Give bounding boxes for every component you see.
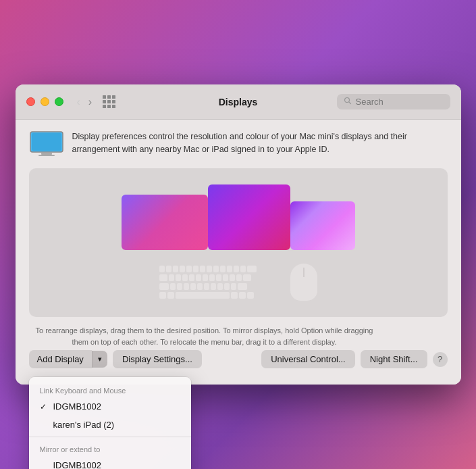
traffic-lights xyxy=(26,97,63,106)
fullscreen-button[interactable] xyxy=(55,97,63,106)
displays-row xyxy=(122,184,355,250)
search-input[interactable] xyxy=(356,97,444,107)
display-icon xyxy=(29,130,64,157)
check-icon: ✓ xyxy=(40,402,49,412)
svg-line-1 xyxy=(348,102,350,104)
svg-rect-3 xyxy=(32,133,61,151)
minimize-button[interactable] xyxy=(41,97,49,106)
add-display-button-group: Add Display ▾ xyxy=(29,350,107,368)
link-item-idgmb1002[interactable]: ✓ IDGMB1002 xyxy=(29,397,191,416)
forward-button[interactable]: › xyxy=(86,95,95,109)
display-2[interactable] xyxy=(208,184,290,250)
add-display-dropdown-button[interactable]: ▾ xyxy=(92,351,107,368)
displays-area xyxy=(29,168,448,317)
link-section-label: Link Keyboard and Mouse xyxy=(29,381,191,397)
toolbar: Add Display ▾ Display Settings... Univer… xyxy=(29,347,448,374)
back-button[interactable]: ‹ xyxy=(74,95,83,109)
system-preferences-window: ‹ › Displays xyxy=(16,84,461,385)
search-icon xyxy=(344,97,352,107)
add-display-button[interactable]: Add Display xyxy=(29,350,92,368)
display-3[interactable] xyxy=(290,201,355,250)
link-item-karens-ipad-2[interactable]: ✓ karen's iPad (2) xyxy=(29,416,191,434)
search-box[interactable] xyxy=(337,94,450,109)
svg-rect-5 xyxy=(38,155,55,156)
dropdown-divider xyxy=(29,437,191,437)
add-display-dropdown: Link Keyboard and Mouse ✓ IDGMB1002 ✓ ka… xyxy=(29,377,191,469)
help-button[interactable]: ? xyxy=(433,352,448,367)
night-shift-button[interactable]: Night Shift... xyxy=(361,350,427,368)
mouse-image xyxy=(290,264,317,301)
mirror-section-label: Mirror or extend to xyxy=(29,440,191,456)
link-item-label-2: karen's iPad (2) xyxy=(53,420,115,430)
mirror-item-label-1: IDGMB1002 xyxy=(53,460,102,469)
display-settings-button[interactable]: Display Settings... xyxy=(113,350,202,368)
mirror-item-idgmb1002[interactable]: ✓ IDGMB1002 xyxy=(29,456,191,469)
close-button[interactable] xyxy=(26,97,35,106)
info-row: Display preferences control the resoluti… xyxy=(29,130,448,157)
nav-arrows: ‹ › xyxy=(74,95,95,109)
window-title: Displays xyxy=(219,97,258,107)
keyboard-row xyxy=(159,264,317,301)
grid-icon[interactable] xyxy=(103,95,115,108)
display-1[interactable] xyxy=(122,195,208,250)
svg-rect-4 xyxy=(41,153,52,155)
content-area: Display preferences control the resoluti… xyxy=(16,120,461,385)
universal-control-button[interactable]: Universal Control... xyxy=(261,350,355,368)
keyboard-image xyxy=(159,266,274,299)
hint-text: To rearrange displays, drag them to the … xyxy=(29,325,380,347)
info-description: Display preferences control the resoluti… xyxy=(72,130,448,156)
titlebar: ‹ › Displays xyxy=(16,84,461,120)
link-item-label-1: IDGMB1002 xyxy=(53,401,102,412)
